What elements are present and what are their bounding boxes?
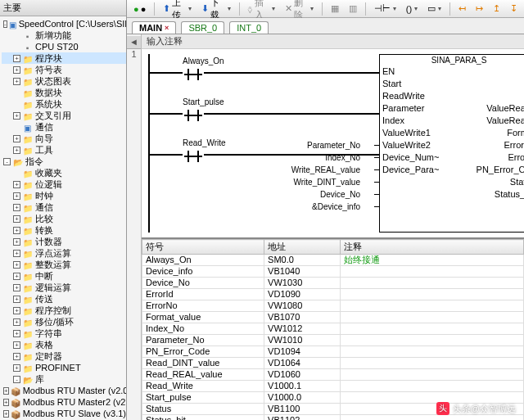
gutter-arrow[interactable]: ◄ [127, 36, 141, 49]
tree-item[interactable]: +📦Modbus RTU Master2 (v2.0) [2, 396, 126, 408]
tree-item[interactable]: 📁系统块 [2, 98, 126, 110]
wire-up-icon[interactable]: ↥ [490, 2, 504, 16]
table-row[interactable]: Read_DINT_valueVD1064 [142, 358, 524, 369]
close-icon[interactable]: × [165, 24, 169, 32]
tab-main[interactable]: MAIN× [132, 21, 176, 34]
contact-start_pulse[interactable]: Start_pulse [183, 108, 204, 123]
tree-toggle-icon[interactable]: + [3, 410, 9, 418]
tree-item[interactable]: ▪CPU ST20 [2, 41, 126, 52]
tree-toggle-icon[interactable]: + [13, 330, 20, 337]
table-row[interactable]: Parameter_NoVW1010 [142, 335, 524, 346]
symtable-header[interactable]: 注释 [341, 240, 524, 255]
symbol-table[interactable]: 符号地址注释 Always_OnSM0.0始终接通Device_infoVB10… [142, 239, 524, 420]
tree-item[interactable]: +📁传送 [2, 293, 126, 305]
tree-item[interactable]: 📁数据块 [2, 87, 126, 98]
table-row[interactable]: Format_valueVB1070 [142, 312, 524, 323]
tree-item[interactable]: +📁程序控制 [2, 305, 126, 316]
tree-toggle-icon[interactable]: + [3, 387, 9, 395]
tree-item[interactable]: +📁移位/循环 [2, 316, 126, 327]
tree-item[interactable]: +📁程序块 [2, 52, 126, 64]
contact-icon[interactable]: ⊣⊢▾ [371, 2, 400, 16]
tree-item[interactable]: 📁收藏夹 [2, 167, 126, 178]
tree-toggle-icon[interactable]: + [13, 78, 20, 85]
table-row[interactable]: StatusVB1100 [142, 404, 524, 415]
tree-item[interactable]: ▪新增功能 [2, 29, 126, 41]
tree-item[interactable]: +📁中断 [2, 270, 126, 282]
tree-item[interactable]: +📁PROFINET [2, 362, 126, 373]
wire-right-icon[interactable]: ↦ [472, 2, 486, 16]
tool-icon-2[interactable]: ▥ [346, 2, 360, 16]
tree-toggle-icon[interactable]: + [13, 318, 20, 326]
tree-toggle-icon[interactable]: + [3, 399, 9, 406]
box-icon[interactable]: ▭▾ [424, 2, 445, 16]
table-row[interactable]: Device_infoVB1040 [142, 266, 524, 278]
tree-toggle-icon[interactable]: + [13, 147, 20, 154]
tree-toggle-icon[interactable]: - [13, 376, 20, 383]
tree-item[interactable]: +📁字符串 [2, 327, 126, 339]
table-row[interactable]: Read_REAL_valueVD1060 [142, 369, 524, 381]
tree-toggle-icon[interactable]: + [13, 66, 20, 74]
tree-item[interactable]: +📦Modbus RTU Master (v2.0) [2, 385, 126, 396]
contact-always_on[interactable]: Always_On [183, 67, 204, 82]
symtable-header[interactable]: 地址 [264, 240, 341, 255]
tree-toggle-icon[interactable]: + [13, 250, 20, 257]
tree-toggle-icon[interactable]: + [13, 112, 20, 120]
tree-item[interactable]: -▣SpeedControl [C:\Users\SIMOTION\ [2, 18, 126, 29]
tree-item[interactable]: +📁定时器 [2, 350, 126, 362]
tree-toggle-icon[interactable]: + [13, 273, 20, 280]
tree-item[interactable]: +📁整数运算 [2, 259, 126, 270]
rung-comment[interactable]: 输入注释 [142, 34, 524, 49]
tree-item[interactable]: -📂库 [2, 373, 126, 385]
table-row[interactable]: Read_WriteV1000.1 [142, 381, 524, 392]
tree-item[interactable]: +📁交叉引用 [2, 110, 126, 121]
tree-toggle-icon[interactable]: + [13, 261, 20, 269]
table-row[interactable]: Device_NoVW1030 [142, 278, 524, 289]
wire-left-icon[interactable]: ↤ [455, 2, 469, 16]
tree-item[interactable]: +📁时钟 [2, 190, 126, 201]
tree-item[interactable]: +📁位逻辑 [2, 178, 126, 190]
table-row[interactable]: ErrorIdVD1090 [142, 289, 524, 300]
tree-item[interactable]: +📁比较 [2, 213, 126, 224]
tree-toggle-icon[interactable]: + [13, 204, 20, 211]
tab-int_0[interactable]: INT_0 [229, 21, 269, 34]
tree-toggle-icon[interactable]: + [13, 238, 20, 246]
symtable-header[interactable]: 符号 [142, 240, 264, 255]
function-block-sina-para-s[interactable]: SINA_PARA_S ENStartReadWriteParameterVal… [379, 54, 524, 233]
tree-toggle-icon[interactable]: + [13, 181, 20, 188]
tree-toggle-icon[interactable]: + [13, 353, 20, 360]
tree-item[interactable]: +📁逻辑运算 [2, 282, 126, 293]
tree-item[interactable]: -📂指令 [2, 156, 126, 167]
tree-toggle-icon[interactable]: + [13, 296, 20, 303]
tree-item[interactable]: +📁表格 [2, 339, 126, 350]
tree-toggle-icon[interactable]: + [13, 55, 20, 62]
table-row[interactable]: Always_OnSM0.0始终接通 [142, 255, 524, 266]
tree-item[interactable]: +📁浮点运算 [2, 247, 126, 259]
rung-number[interactable]: 1 [127, 49, 141, 59]
project-tree[interactable]: -▣SpeedControl [C:\Users\SIMOTION\▪新增功能▪… [0, 16, 126, 420]
table-row[interactable]: Status_bitVB1102 [142, 415, 524, 421]
tree-toggle-icon[interactable]: - [3, 158, 11, 165]
tree-toggle-icon[interactable]: + [13, 135, 20, 142]
wire-down-icon[interactable]: ↧ [507, 2, 521, 16]
tree-toggle-icon[interactable]: + [13, 215, 20, 223]
table-row[interactable]: Index_NoVW1012 [142, 323, 524, 335]
table-row[interactable]: ErrorNoVW1080 [142, 300, 524, 312]
tree-toggle-icon[interactable]: + [13, 227, 20, 234]
tree-item[interactable]: +📁计数器 [2, 236, 126, 247]
tree-toggle-icon[interactable]: + [13, 364, 20, 372]
new-button[interactable]: ●● [130, 2, 149, 16]
tree-item[interactable]: +📁符号表 [2, 64, 126, 75]
tab-sbr_0[interactable]: SBR_0 [181, 21, 224, 34]
coil-icon[interactable]: ()▾ [403, 2, 421, 16]
table-row[interactable]: PN_Error_CodeVD1094 [142, 346, 524, 358]
tree-toggle-icon[interactable]: + [13, 192, 20, 200]
tree-item[interactable]: +📁状态图表 [2, 75, 126, 87]
table-row[interactable]: Start_pulseV1000.0 [142, 392, 524, 404]
tree-item[interactable]: +📁向导 [2, 133, 126, 144]
tree-toggle-icon[interactable]: + [13, 341, 20, 349]
tree-item[interactable]: +📁转换 [2, 224, 126, 236]
tree-item[interactable]: +📦Modbus RTU Slave (v3.1) [2, 408, 126, 419]
ladder-editor[interactable]: 输入注释 SINA_PARA_S ENStartReadWriteParamet… [142, 34, 524, 420]
tree-item[interactable]: +📁通信 [2, 201, 126, 213]
tree-toggle-icon[interactable]: - [3, 20, 7, 28]
